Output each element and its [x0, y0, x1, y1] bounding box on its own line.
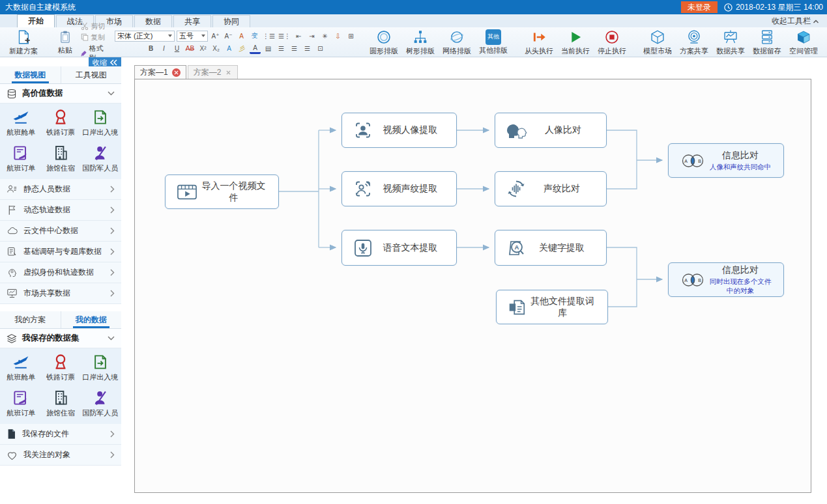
ribbon-tab-collab[interactable]: 协同: [212, 15, 250, 27]
ribbon-tab-data[interactable]: 数据: [134, 15, 172, 27]
close-tab-icon[interactable]: [225, 69, 232, 76]
doc-tab-plan-2[interactable]: 方案—2: [188, 65, 239, 79]
char-shading-button[interactable]: ▤: [263, 44, 274, 54]
dataset-military-personnel[interactable]: 国防军人员: [80, 142, 120, 175]
flow-node-import-video[interactable]: 导入一个视频文件: [165, 175, 279, 209]
subscript-button[interactable]: X₂: [210, 44, 222, 54]
dataset-hotel-stay[interactable]: 旅馆住宿: [41, 142, 81, 175]
stop-run-button[interactable]: 停止执行: [594, 29, 630, 56]
flow-node-info-compare-2[interactable]: A B 信息比对 同时出现在多个文件中的对象: [668, 262, 784, 297]
clear-format-button[interactable]: A: [236, 31, 247, 41]
space-manage-button[interactable]: 空间管理: [785, 29, 822, 56]
data-share-button[interactable]: 数据共享: [712, 29, 749, 56]
text-effects-button[interactable]: A: [224, 44, 235, 54]
superscript-button[interactable]: X²: [197, 44, 209, 54]
font-size-select[interactable]: 五号: [177, 31, 208, 42]
dataset-flight-order[interactable]: 航班订单: [1, 387, 41, 420]
flow-node-keyword-extract[interactable]: A 关键字提取: [495, 230, 607, 266]
plane-icon: [12, 108, 30, 126]
font-color-button[interactable]: A: [250, 44, 261, 54]
dataset-flight-manifest[interactable]: 航班舱单: [1, 351, 41, 384]
svg-text:B: B: [698, 277, 701, 282]
dataset-border-entry-exit[interactable]: 口岸出入境: [80, 106, 120, 139]
new-plan-button[interactable]: 新建方案: [5, 29, 42, 56]
flow-node-video-face-extract[interactable]: 视频人像提取: [341, 113, 457, 148]
network-layout-button[interactable]: 网络排版: [439, 29, 475, 56]
bold-button[interactable]: B: [145, 44, 156, 54]
borders-button[interactable]: ⊡: [315, 44, 326, 54]
group-layout: 圆形排版 树形排版 网络排版 其他 其他排版: [362, 29, 515, 55]
align-center-button[interactable]: ☰: [289, 44, 300, 54]
tab-my-plans[interactable]: 我的方案: [0, 311, 61, 328]
dataset-rail-ticket[interactable]: 铁路订票: [41, 351, 81, 384]
flow-node-face-compare[interactable]: 人像比对: [495, 113, 607, 148]
circle-layout-button[interactable]: 圆形排版: [366, 29, 402, 56]
ribbon-tab-share[interactable]: 共享: [173, 15, 211, 27]
strikethrough-button[interactable]: AB: [184, 44, 196, 54]
sidebar-item-static-person-data[interactable]: 静态人员数据: [0, 179, 121, 200]
dataset-flight-order[interactable]: 航班订单: [1, 142, 41, 175]
data-retention-button[interactable]: 数据留存: [749, 29, 785, 56]
svg-text:A: A: [515, 244, 519, 251]
dataset-rail-ticket[interactable]: 铁路订票: [41, 106, 81, 139]
dataset-hotel-stay[interactable]: 旅馆住宿: [41, 387, 81, 420]
font-family-select[interactable]: 宋体 (正文): [115, 31, 175, 42]
sidebar-item-research-library-data[interactable]: 基础调研与专题库数据: [0, 242, 121, 262]
run-current-button[interactable]: 当前执行: [557, 29, 594, 56]
italic-button[interactable]: I: [158, 44, 169, 54]
flow-node-speech-text-extract[interactable]: 语音文本提取: [341, 230, 457, 266]
sidebar-item-my-followed-objects[interactable]: 我关注的对象: [0, 445, 121, 466]
underline-button[interactable]: U: [171, 44, 182, 54]
sort-button[interactable]: ⇩: [332, 31, 343, 41]
outdent-button[interactable]: ⇤: [293, 31, 304, 41]
font-shrink-button[interactable]: A⁻: [223, 31, 234, 41]
tab-tool-view[interactable]: 工具视图: [61, 66, 122, 83]
tab-data-view[interactable]: 数据视图: [0, 66, 61, 83]
align-left-button[interactable]: ☰: [276, 44, 287, 54]
sidebar-item-dynamic-track-data[interactable]: 动态轨迹数据: [0, 200, 121, 221]
align-right-button[interactable]: ☰: [302, 44, 313, 54]
chevron-right-icon: [110, 290, 115, 297]
sidebar-item-market-shared-data[interactable]: 市场共享数据: [0, 283, 121, 304]
circle-layout-icon: [375, 29, 392, 46]
highlight-button[interactable]: 彡: [237, 44, 248, 54]
show-marks-button[interactable]: ⊞: [345, 31, 356, 41]
other-layout-button[interactable]: 其他 其他排版: [475, 29, 512, 56]
close-tab-icon[interactable]: [172, 68, 181, 77]
phonetic-button[interactable]: 变: [249, 31, 260, 41]
paste-button[interactable]: 粘贴: [51, 29, 80, 56]
flight-order-icon: [12, 389, 30, 407]
ribbon-tab-row: 开始 战法 市场 数据 共享 协同: [0, 14, 827, 27]
flow-canvas[interactable]: 导入一个视频文件 视频人像提取 视频声纹提取: [134, 79, 811, 493]
chevron-right-icon: [110, 451, 115, 458]
copy-button[interactable]: 复制: [81, 33, 106, 42]
flow-node-other-files-lexicon[interactable]: 其他文件提取词库: [496, 290, 608, 324]
sidebar-item-cloud-file-data[interactable]: 云文件中心数据: [0, 221, 121, 242]
login-status-badge[interactable]: 未登录: [681, 1, 718, 13]
plan-share-button[interactable]: 方案共享: [676, 29, 712, 56]
run-from-start-button[interactable]: 从头执行: [521, 29, 557, 56]
ribbon-tab-start[interactable]: 开始: [17, 14, 55, 27]
indent-button[interactable]: ⇥: [306, 31, 317, 41]
font-grow-button[interactable]: A⁺: [210, 31, 221, 41]
collapse-toolbar-button[interactable]: 收起工具栏: [772, 16, 819, 27]
asian-layout-button[interactable]: ✳: [319, 31, 330, 41]
flow-node-video-voice-extract[interactable]: 视频声纹提取: [341, 171, 457, 206]
section-high-value-data[interactable]: 高价值数据: [0, 84, 121, 104]
sidebar-item-my-saved-files[interactable]: 我保存的文件: [0, 424, 121, 445]
dataset-flight-manifest[interactable]: 航班舱单: [1, 106, 41, 139]
section-my-saved-datasets[interactable]: 我保存的数据集: [0, 329, 121, 348]
flow-node-voice-compare[interactable]: 声纹比对: [495, 171, 607, 206]
tree-layout-button[interactable]: 树形排版: [402, 29, 439, 56]
bullet-list-button[interactable]: ⋮☰: [262, 31, 276, 41]
number-list-button[interactable]: ☰⋮: [278, 31, 291, 41]
flow-node-info-compare-1[interactable]: A B 信息比对 人像和声纹共同命中: [668, 143, 784, 178]
sidebar-item-virtual-identity-data[interactable]: 虚拟身份和轨迹数据: [0, 262, 121, 283]
tab-my-data[interactable]: 我的数据: [61, 311, 122, 328]
cut-button[interactable]: 剪切: [81, 21, 106, 31]
dataset-military-personnel[interactable]: 国防军人员: [80, 387, 120, 420]
model-market-button[interactable]: 模型市场: [639, 29, 676, 56]
chevron-right-icon: [110, 227, 115, 234]
dataset-border-entry-exit[interactable]: 口岸出入境: [80, 351, 120, 384]
doc-tab-plan-1[interactable]: 方案—1: [134, 65, 186, 79]
